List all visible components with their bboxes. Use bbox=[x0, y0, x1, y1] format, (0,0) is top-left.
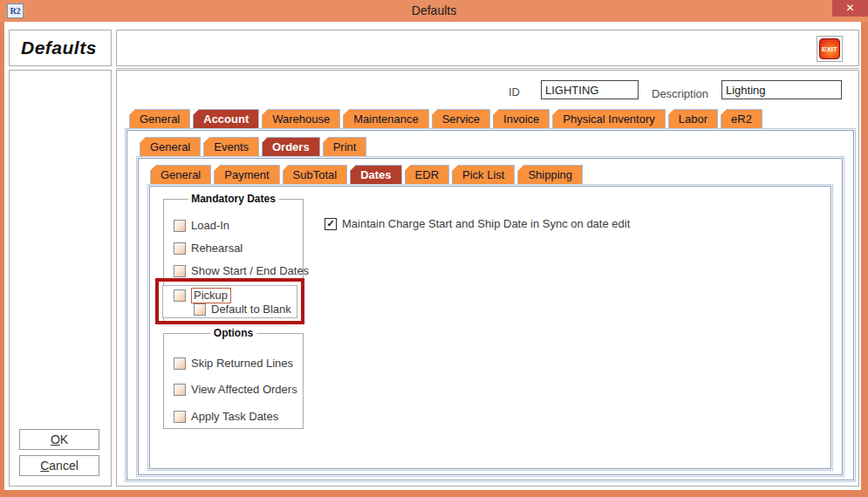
loadin-row: Load-In bbox=[174, 219, 229, 232]
show-dates-checkbox[interactable] bbox=[174, 265, 186, 277]
apply-task-checkbox[interactable] bbox=[174, 411, 186, 423]
tab-physical-inventory[interactable]: Physical Inventory bbox=[552, 109, 666, 128]
view-affected-label: View Affected Orders bbox=[191, 383, 297, 396]
sync-row: ✓ Maintain Charge Start and Ship Date in… bbox=[325, 217, 630, 230]
default-to-blank-checkbox[interactable] bbox=[194, 303, 206, 316]
left-sidebar bbox=[9, 70, 112, 487]
id-label: ID bbox=[509, 85, 520, 99]
rehearsal-row: Rehearsal bbox=[174, 242, 243, 255]
ok-label-rest: K bbox=[60, 432, 68, 446]
show-dates-label: Show Start / End Dates bbox=[191, 264, 309, 277]
exit-icon: EXIT bbox=[819, 38, 840, 59]
skip-returned-checkbox[interactable] bbox=[174, 357, 186, 370]
tab-er2[interactable]: eR2 bbox=[721, 109, 762, 128]
tab-print[interactable]: Print bbox=[323, 137, 367, 156]
tab-pick-list[interactable]: Pick List bbox=[452, 165, 515, 184]
tab-payment[interactable]: Payment bbox=[214, 165, 279, 184]
apply-task-label: Apply Task Dates bbox=[191, 410, 278, 423]
defaults-window: R2 Defaults ✕ Defaults EXIT OK Cancel ID… bbox=[0, 0, 868, 497]
window-title: Defaults bbox=[0, 3, 868, 17]
skip-returned-label: Skip Returned Lines bbox=[191, 357, 293, 370]
view-affected-row: View Affected Orders bbox=[174, 383, 297, 396]
show-dates-row: Show Start / End Dates bbox=[174, 264, 309, 277]
description-label: Description bbox=[652, 87, 708, 100]
apply-task-row: Apply Task Dates bbox=[174, 410, 278, 423]
title-bar: R2 Defaults ✕ bbox=[0, 0, 868, 22]
tab-labor[interactable]: Labor bbox=[668, 109, 718, 128]
default-to-blank-row: Default to Blank bbox=[194, 303, 291, 316]
ok-button[interactable]: OK bbox=[19, 429, 99, 450]
cancel-access-key: C bbox=[40, 459, 49, 473]
tab-service[interactable]: Service bbox=[432, 109, 490, 128]
tabs-level3: General Payment SubTotal Dates EDR Pick … bbox=[150, 165, 583, 184]
id-input[interactable] bbox=[541, 80, 639, 99]
tab-dates[interactable]: Dates bbox=[350, 165, 401, 184]
pickup-row: Pickup bbox=[174, 288, 231, 303]
loadin-label: Load-In bbox=[191, 219, 229, 232]
pickup-label: Pickup bbox=[191, 288, 231, 303]
ok-access-key: O bbox=[51, 432, 60, 446]
tab-subtotal[interactable]: SubTotal bbox=[283, 165, 348, 184]
tab-shipping[interactable]: Shipping bbox=[517, 165, 583, 184]
page-title: Defaults bbox=[10, 37, 97, 58]
skip-returned-row: Skip Returned Lines bbox=[174, 357, 293, 370]
sync-label: Maintain Charge Start and Ship Date in S… bbox=[342, 217, 630, 230]
tab-orders-general[interactable]: General bbox=[140, 137, 201, 156]
tabs-level2: General Events Orders Print bbox=[140, 137, 366, 156]
tabs-level1: General Account Warehouse Maintenance Se… bbox=[129, 109, 762, 128]
default-to-blank-label: Default to Blank bbox=[211, 303, 291, 316]
tab-orders[interactable]: Orders bbox=[262, 137, 320, 156]
sync-checkbox[interactable]: ✓ bbox=[325, 218, 337, 230]
exit-button[interactable]: EXIT bbox=[817, 36, 843, 62]
toolbar bbox=[116, 30, 859, 66]
tab-invoice[interactable]: Invoice bbox=[493, 109, 550, 128]
pickup-checkbox[interactable] bbox=[174, 289, 186, 302]
tab-maintenance[interactable]: Maintenance bbox=[343, 109, 428, 128]
cancel-button[interactable]: Cancel bbox=[19, 455, 99, 476]
toolbar-divider bbox=[116, 68, 859, 69]
tab-edr[interactable]: EDR bbox=[405, 165, 449, 184]
view-affected-checkbox[interactable] bbox=[174, 384, 186, 396]
check-icon: ✓ bbox=[326, 219, 334, 228]
rehearsal-checkbox[interactable] bbox=[174, 242, 186, 255]
tab-warehouse[interactable]: Warehouse bbox=[262, 109, 340, 128]
tab-events[interactable]: Events bbox=[203, 137, 259, 156]
loadin-checkbox[interactable] bbox=[174, 220, 186, 232]
tab-account[interactable]: Account bbox=[193, 109, 259, 128]
mandatory-dates-title: Mandatory Dates bbox=[188, 193, 279, 205]
page-title-box: Defaults bbox=[9, 30, 112, 66]
options-title: Options bbox=[210, 327, 256, 339]
tab-dates-general[interactable]: General bbox=[150, 165, 211, 184]
description-input[interactable] bbox=[721, 80, 842, 99]
rehearsal-label: Rehearsal bbox=[191, 242, 243, 255]
cancel-label-rest: ancel bbox=[49, 459, 78, 473]
close-icon[interactable]: ✕ bbox=[832, 0, 868, 17]
tab-general[interactable]: General bbox=[129, 109, 190, 128]
